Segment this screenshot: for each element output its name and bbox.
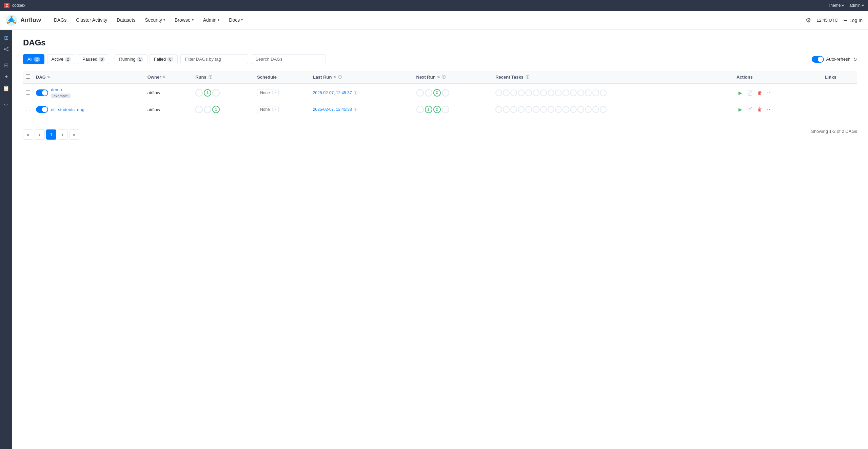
row1-schedule-info-icon[interactable]: ⓘ bbox=[272, 90, 276, 95]
row2-dag-name[interactable]: etl_students_dag bbox=[51, 107, 84, 112]
admin-menu[interactable]: admin ▾ bbox=[849, 3, 864, 8]
nav-cluster-activity[interactable]: Cluster Activity bbox=[71, 11, 112, 30]
runs-info-icon[interactable]: ⓘ bbox=[209, 75, 212, 80]
nav-time: 12:45 UTC bbox=[816, 18, 838, 23]
filter-all-button[interactable]: All 2 bbox=[23, 54, 44, 64]
nav-docs[interactable]: Docs ▾ bbox=[224, 11, 248, 30]
refresh-icon[interactable]: ↻ bbox=[853, 57, 857, 62]
row2-trigger-button[interactable]: ▶ bbox=[736, 105, 744, 114]
filter-active-button[interactable]: Active 2 bbox=[47, 54, 76, 64]
row2-actions: ▶ 📄 🗑 ⋯ bbox=[736, 105, 819, 114]
task10 bbox=[563, 89, 569, 96]
row1-dag-tag[interactable]: example bbox=[51, 94, 71, 98]
row1-schedule: None ⓘ bbox=[257, 89, 279, 96]
row2-checkbox[interactable] bbox=[26, 107, 30, 111]
task6 bbox=[533, 89, 539, 96]
run-circle-empty2 bbox=[212, 89, 220, 97]
svg-point-5 bbox=[7, 22, 9, 23]
settings-icon[interactable]: ⚙ bbox=[806, 17, 811, 24]
filter-paused-button[interactable]: Paused 0 bbox=[78, 54, 109, 64]
row2-more-button[interactable]: ⋯ bbox=[765, 105, 774, 114]
nav-browse[interactable]: Browse ▾ bbox=[170, 11, 198, 30]
tag-filter-input[interactable] bbox=[180, 54, 248, 64]
th-last-run: Last Run ⇅ ⓘ bbox=[310, 71, 414, 83]
task12 bbox=[577, 89, 584, 96]
nav-admin[interactable]: Admin ▾ bbox=[198, 11, 224, 30]
row1-trigger-button[interactable]: ▶ bbox=[736, 89, 744, 97]
showing-text: Showing 1-2 of 2 DAGs bbox=[811, 129, 857, 134]
row2-last-run-cell: 2025-02-07, 12:45:38 ⓘ bbox=[310, 102, 414, 117]
filter-running-button[interactable]: Running 1 bbox=[115, 54, 147, 64]
row2-run-circle-empty1 bbox=[195, 106, 203, 113]
row1-checkbox[interactable] bbox=[26, 90, 30, 95]
theme-menu[interactable]: Theme ▾ bbox=[828, 3, 844, 8]
sidebar-icon-home[interactable]: ⊞ bbox=[1, 33, 11, 43]
row1-more-button[interactable]: ⋯ bbox=[765, 89, 774, 97]
row1-dag-toggle[interactable] bbox=[36, 89, 48, 96]
page-last-button[interactable]: » bbox=[69, 129, 79, 140]
row2-next-run-cell: 1 2 bbox=[414, 102, 493, 117]
row1-last-run-info-icon[interactable]: ⓘ bbox=[354, 91, 357, 95]
recent-tasks-info-icon[interactable]: ⓘ bbox=[526, 75, 529, 80]
sidebar-icon-dag[interactable] bbox=[1, 44, 11, 54]
row1-schedule-cell: None ⓘ bbox=[254, 83, 310, 102]
filter-failed-button[interactable]: Failed 0 bbox=[150, 54, 178, 64]
row2-owner: airflow bbox=[147, 107, 160, 112]
select-all-checkbox[interactable] bbox=[26, 74, 30, 79]
next-run-sort-icon[interactable]: ⇅ bbox=[437, 75, 440, 79]
login-button[interactable]: ↪ Log In bbox=[843, 18, 863, 23]
task5 bbox=[525, 89, 532, 96]
next-run-count: 2 bbox=[433, 89, 441, 97]
row2-schedule-info-icon[interactable]: ⓘ bbox=[272, 107, 276, 112]
row2-owner-cell: airflow bbox=[145, 102, 193, 117]
nav-dags[interactable]: DAGs bbox=[49, 11, 71, 30]
sidebar-icon-pin[interactable]: ✦ bbox=[1, 72, 11, 82]
dag-search-input[interactable] bbox=[251, 54, 326, 64]
svg-point-7 bbox=[4, 48, 5, 50]
row2-run-circle-empty2 bbox=[204, 106, 211, 113]
row2-task4 bbox=[518, 106, 525, 113]
row1-code-button[interactable]: 📄 bbox=[745, 89, 755, 97]
row2-last-run[interactable]: 2025-02-07, 12:45:38 bbox=[313, 107, 352, 112]
th-runs: Runs ⓘ bbox=[193, 71, 254, 83]
svg-point-9 bbox=[7, 50, 8, 51]
svg-point-6 bbox=[14, 22, 16, 23]
row1-dag-name[interactable]: demo bbox=[51, 87, 62, 92]
last-run-sort-icon[interactable]: ⇅ bbox=[333, 75, 336, 79]
row2-actions-cell: ▶ 📄 🗑 ⋯ bbox=[734, 102, 822, 117]
row1-recent-tasks-cell bbox=[493, 83, 734, 102]
sidebar-icon-shield[interactable]: 🛡 bbox=[1, 99, 11, 109]
page-first-button[interactable]: « bbox=[23, 129, 33, 140]
navbar-right: ⚙ 12:45 UTC ↪ Log In bbox=[806, 17, 863, 24]
nav-security[interactable]: Security ▾ bbox=[140, 11, 170, 30]
next-run-info-icon[interactable]: ⓘ bbox=[442, 75, 446, 80]
task14 bbox=[592, 89, 599, 96]
run-circle-empty1 bbox=[195, 89, 203, 97]
svg-line-10 bbox=[5, 48, 7, 49]
row1-delete-button[interactable]: 🗑 bbox=[755, 89, 764, 97]
page-next-button[interactable]: › bbox=[58, 129, 68, 140]
row2-task14 bbox=[592, 106, 599, 113]
row2-next-count1: 1 bbox=[425, 106, 432, 113]
page-1-button[interactable]: 1 bbox=[46, 129, 56, 140]
table-body: demo example airflow bbox=[23, 83, 857, 117]
row2-delete-button[interactable]: 🗑 bbox=[755, 105, 764, 114]
sidebar-icon-grid[interactable]: ⊟ bbox=[1, 60, 11, 70]
row2-dag-toggle[interactable] bbox=[36, 106, 48, 113]
row2-code-button[interactable]: 📄 bbox=[745, 105, 755, 114]
row2-last-run-info-icon[interactable]: ⓘ bbox=[354, 107, 357, 111]
row2-runs-cell: 1 bbox=[193, 102, 254, 117]
row2-task5 bbox=[525, 106, 532, 113]
dag-sort-icon[interactable]: ⇅ bbox=[47, 75, 50, 79]
brand-text: Airflow bbox=[20, 17, 41, 24]
owner-sort-icon[interactable]: ⇅ bbox=[162, 75, 165, 79]
th-owner: Owner ⇅ bbox=[145, 71, 193, 83]
row1-last-run[interactable]: 2025-02-07, 12:45:37 bbox=[313, 90, 352, 95]
sidebar-icon-book[interactable]: 📋 bbox=[1, 83, 11, 93]
auto-refresh-switch[interactable] bbox=[812, 56, 824, 63]
page-prev-button[interactable]: ‹ bbox=[35, 129, 45, 140]
main-content: DAGs All 2 Active 2 Paused 0 Running 1 bbox=[12, 30, 868, 449]
last-run-info-icon[interactable]: ⓘ bbox=[338, 75, 342, 80]
admin-chevron-icon: ▾ bbox=[218, 18, 219, 22]
nav-datasets[interactable]: Datasets bbox=[112, 11, 140, 30]
